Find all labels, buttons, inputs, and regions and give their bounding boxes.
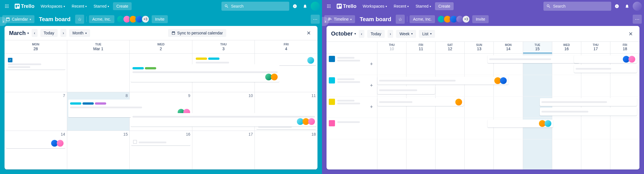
timeline-card[interactable] — [574, 65, 637, 73]
board-menu[interactable]: ⋯ — [311, 15, 320, 24]
search-box[interactable] — [221, 2, 289, 11]
calendar-card[interactable] — [131, 64, 279, 82]
timeline-card[interactable] — [540, 98, 637, 106]
timeline-card[interactable] — [488, 55, 579, 63]
notifications-icon[interactable] — [301, 2, 310, 11]
search-input[interactable] — [231, 4, 286, 8]
notifications-icon[interactable] — [623, 2, 632, 11]
timeline-row[interactable] — [377, 118, 639, 139]
calendar-card[interactable] — [256, 55, 316, 65]
calendar-cell[interactable]: 14 — [5, 131, 67, 169]
day-header: FRI — [610, 43, 639, 47]
add-card-button[interactable]: + — [368, 104, 375, 111]
svg-point-2 — [8, 5, 8, 5]
create-button[interactable]: Create — [113, 2, 132, 10]
prev-button[interactable]: ‹ — [359, 30, 365, 38]
date-num: 12 — [436, 47, 464, 51]
timeline-list-row[interactable]: + — [327, 96, 377, 118]
board-title[interactable]: Team board — [357, 16, 393, 23]
nav-starred[interactable]: Starred▾ — [413, 2, 434, 10]
timeline-card[interactable] — [488, 120, 553, 127]
group-picker[interactable]: List▾ — [419, 30, 435, 38]
close-button[interactable]: × — [304, 28, 313, 38]
calendar-cell[interactable]: 7 — [5, 92, 67, 131]
nav-recent[interactable]: Recent▾ — [69, 2, 90, 10]
timeline-row[interactable] — [377, 75, 639, 96]
sync-button[interactable]: Sync to personal calendar — [168, 29, 226, 37]
timeline-list-row[interactable]: + — [327, 75, 377, 96]
month-picker[interactable]: March▾ — [9, 30, 29, 36]
calendar-cell[interactable]: ✓ — [5, 54, 67, 92]
add-card-button[interactable]: + — [368, 61, 375, 68]
day-header: Mon — [5, 43, 67, 46]
topbar: Trello Workspaces▾ Recent▾ Starred▾ Crea… — [322, 0, 644, 12]
timeline-list-row[interactable] — [327, 118, 377, 139]
trello-logo[interactable]: Trello — [12, 3, 37, 9]
board-menu[interactable]: ⋯ — [633, 15, 642, 24]
prev-button[interactable]: ‹ — [32, 29, 38, 37]
workspace-button[interactable]: Acme, Inc. — [89, 15, 114, 23]
member-avatars[interactable]: +3 — [117, 15, 149, 23]
range-picker[interactable]: Month▾ — [69, 29, 90, 37]
calendar-card[interactable] — [131, 113, 317, 127]
search-input[interactable] — [553, 4, 608, 8]
calendar-cell[interactable]: 18 — [255, 131, 317, 169]
board-bar: Timeline▾ Team board ☆ Acme, Inc. +3 Inv… — [322, 12, 644, 26]
timeline-row[interactable] — [377, 54, 639, 75]
nav-starred[interactable]: Starred▾ — [91, 2, 112, 10]
trello-logo[interactable]: Trello — [334, 3, 359, 9]
calendar-cell[interactable]: 16 — [130, 131, 192, 169]
next-button[interactable]: › — [60, 29, 66, 37]
timeline-card[interactable] — [377, 98, 464, 106]
member-avatars[interactable]: +3 — [437, 15, 470, 23]
create-button[interactable]: Create — [435, 2, 454, 10]
timeline-row[interactable] — [377, 96, 639, 118]
calendar-cell[interactable] — [67, 54, 130, 92]
today-button[interactable]: Today — [367, 30, 384, 38]
calendar-card[interactable] — [131, 138, 190, 146]
calendar-cell[interactable] — [130, 54, 192, 92]
avatar — [455, 99, 462, 105]
calendar-card[interactable] — [6, 138, 65, 148]
view-switcher[interactable]: Timeline▾ — [324, 15, 355, 23]
invite-button[interactable]: Invite — [152, 15, 168, 23]
board-title[interactable]: Team board — [37, 16, 73, 23]
calendar-cell[interactable]: 15 — [67, 131, 130, 169]
close-button[interactable]: × — [626, 29, 635, 39]
month-picker[interactable]: October▾ — [331, 30, 356, 37]
add-card-button[interactable]: + — [368, 82, 375, 89]
info-icon[interactable] — [612, 2, 621, 11]
user-avatar[interactable] — [633, 2, 642, 11]
date-num: 2 — [130, 47, 192, 51]
nav-workspaces[interactable]: Workspaces▾ — [38, 2, 68, 10]
workspace-button[interactable]: Acme, Inc. — [410, 15, 435, 23]
invite-button[interactable]: Invite — [472, 15, 488, 23]
timeline-card[interactable] — [377, 77, 508, 85]
checkbox-icon[interactable]: ✓ — [8, 58, 12, 62]
timeline-list-row[interactable]: + — [327, 54, 377, 75]
calendar-cell-today[interactable]: 8 — [67, 92, 130, 131]
timeline-card[interactable] — [574, 55, 637, 63]
calendar-card[interactable] — [194, 55, 253, 65]
info-icon[interactable] — [290, 2, 299, 11]
star-board[interactable]: ☆ — [75, 15, 84, 24]
today-button[interactable]: Today — [40, 29, 58, 37]
view-switcher[interactable]: Calendar▾ — [2, 15, 34, 23]
calendar-cell[interactable]: 17 — [192, 131, 255, 169]
star-board[interactable]: ☆ — [396, 15, 405, 24]
apps-icon[interactable] — [2, 2, 11, 11]
member-overflow[interactable]: +3 — [462, 15, 470, 23]
calendar-card[interactable]: ✓ — [6, 56, 65, 70]
nav-workspaces[interactable]: Workspaces▾ — [360, 2, 390, 10]
timeline-card[interactable] — [540, 108, 637, 116]
user-avatar[interactable] — [311, 2, 320, 11]
timeline-card[interactable] — [377, 86, 435, 94]
svg-point-6 — [5, 7, 6, 8]
search-box[interactable] — [543, 2, 611, 11]
next-button[interactable]: › — [388, 30, 393, 38]
checkbox-icon[interactable] — [133, 140, 137, 144]
range-picker[interactable]: Week▾ — [396, 30, 416, 38]
nav-recent[interactable]: Recent▾ — [391, 2, 412, 10]
apps-icon[interactable] — [324, 2, 333, 11]
member-overflow[interactable]: +3 — [142, 15, 149, 23]
